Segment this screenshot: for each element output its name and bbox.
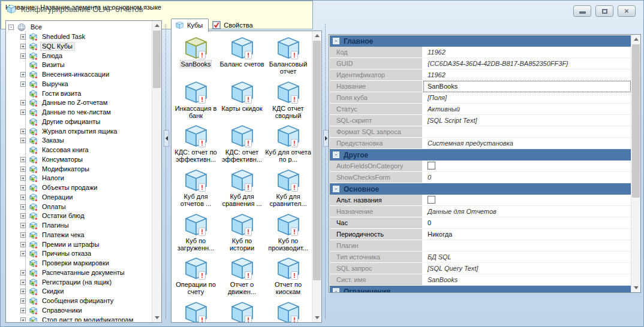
expand-plus-icon[interactable]: +	[20, 195, 26, 200]
tab-properties[interactable]: Свойства	[209, 19, 258, 31]
cube-item[interactable]: !Карты скидок	[219, 80, 265, 125]
collapse-minus-icon[interactable]: -	[333, 152, 339, 158]
scrollbar-up-button[interactable]	[631, 35, 640, 44]
cube-item[interactable]: !Куб для сравнения ...	[219, 168, 265, 213]
expand-plus-icon[interactable]: +	[20, 232, 26, 238]
scrollbar-up-button[interactable]	[312, 31, 321, 40]
expand-plus-icon[interactable]: +	[20, 185, 26, 190]
property-value[interactable]: Данные для Отчетов	[423, 206, 631, 217]
expand-plus-icon[interactable]: +	[20, 157, 26, 162]
property-grid-scrollbar[interactable]	[631, 35, 640, 292]
property-value[interactable]: [SQL Script Text]	[423, 115, 631, 126]
tree-item[interactable]: +Платежи чека	[8, 231, 152, 240]
property-value[interactable]: [Поля]	[423, 92, 631, 104]
tree-item[interactable]: +Блюда	[8, 51, 152, 60]
tree-item[interactable]: +Внесения-инкассации	[8, 70, 152, 80]
cube-item[interactable]: !Куб для сравнител...	[265, 168, 311, 213]
titlebar[interactable]: Конфигурирование OLAP отчетов ✕	[1, 1, 643, 17]
minimize-button[interactable]	[573, 5, 591, 17]
cube-item[interactable]: !Куб для отчетов ...	[173, 168, 219, 213]
cube-item[interactable]: !КДС: отчет эффективн...	[219, 124, 265, 168]
expand-plus-icon[interactable]: +	[20, 280, 26, 285]
property-value[interactable]: 0	[423, 217, 631, 229]
property-value[interactable]: SanBooks	[423, 81, 631, 92]
cube-item[interactable]: !SanBooks	[173, 36, 219, 80]
property-value[interactable]: [SQL Query Text]	[423, 263, 631, 274]
cube-item[interactable]: !Куб по истории	[219, 213, 265, 257]
expand-plus-icon[interactable]: +	[20, 308, 26, 313]
expand-plus-icon[interactable]: +	[20, 138, 26, 143]
property-value[interactable]: SanBooks	[423, 274, 631, 286]
tree-item[interactable]: +Скидки	[8, 287, 152, 296]
expand-plus-icon[interactable]: +	[20, 175, 26, 181]
expand-plus-icon[interactable]: +	[20, 53, 26, 59]
property-value[interactable]: БД SQL	[423, 252, 631, 263]
property-section-header[interactable]: -Основное	[330, 183, 631, 195]
scrollbar-down-button[interactable]	[312, 313, 321, 322]
expand-plus-icon[interactable]: +	[20, 213, 26, 219]
tree-item[interactable]: Кассовая книга	[8, 146, 152, 155]
cube-item-partial[interactable]: !	[173, 301, 219, 323]
property-section-header[interactable]: -Другое	[330, 149, 631, 161]
tree-scrollbar[interactable]	[152, 21, 161, 322]
tree-item[interactable]: +Стоп лист по модификаторам	[8, 315, 152, 322]
tab-cubes[interactable]: Кубы	[171, 19, 209, 32]
expand-plus-icon[interactable]: +	[20, 110, 26, 115]
tree-item[interactable]: +Сообщения официанту	[8, 296, 152, 306]
tree-item[interactable]: +Причины отказа	[8, 249, 152, 259]
collapse-left-button[interactable]	[164, 130, 169, 147]
property-section-header[interactable]: -Ограничения	[330, 286, 631, 293]
property-value[interactable]	[423, 240, 631, 252]
scrollbar-down-button[interactable]	[152, 313, 161, 322]
tree-item[interactable]: +SQL Кубы	[8, 42, 152, 52]
tree-item[interactable]: +Оплаты	[8, 202, 152, 211]
tree-item[interactable]: +Журнал открытия ящика	[8, 126, 152, 136]
property-value[interactable]	[423, 161, 631, 172]
cube-item[interactable]: !Куб по производит...	[265, 213, 311, 257]
expand-plus-icon[interactable]: +	[20, 223, 26, 228]
tree-item[interactable]: +Операции	[8, 193, 152, 202]
cube-item[interactable]: !Отчет по киоскам	[265, 256, 311, 301]
tree-item[interactable]: +Данные по Z-отчетам	[8, 98, 152, 108]
tree-item[interactable]: +Справочники	[8, 306, 152, 316]
properties-splitter[interactable]	[323, 20, 328, 323]
expand-plus-icon[interactable]: +	[20, 251, 26, 256]
tree-item[interactable]: +Остатки блюд	[8, 211, 152, 221]
property-section-header[interactable]: -Главное	[330, 35, 631, 47]
property-value[interactable]: Системная предустановка	[423, 138, 631, 149]
cube-item-partial[interactable]: !	[219, 301, 265, 323]
expand-plus-icon[interactable]: +	[20, 81, 26, 87]
tree-item[interactable]: +Модификаторы	[8, 164, 152, 174]
collapse-minus-icon[interactable]: -	[333, 38, 339, 44]
property-value[interactable]: Активный	[423, 104, 631, 115]
tree-item[interactable]: +Данные по чек-листам	[8, 108, 152, 117]
cube-item[interactable]: !Инкассация в банк	[173, 80, 219, 125]
cube-item[interactable]: !Отчет о движен...	[219, 256, 265, 301]
property-value[interactable]: 11962	[423, 69, 631, 81]
tree-item[interactable]: +Налоги	[8, 174, 152, 183]
expand-plus-icon[interactable]: +	[20, 129, 26, 134]
cube-item[interactable]: !Балансовый отчет	[265, 36, 311, 80]
tree-item[interactable]: +Консуматоры	[8, 155, 152, 165]
tree-item[interactable]: +Выручка	[8, 80, 152, 89]
tree-item[interactable]: +Заказы	[8, 136, 152, 146]
tree-item[interactable]: +Распечатанные документы	[8, 268, 152, 278]
scrollbar-thumb[interactable]	[313, 41, 321, 280]
cube-item[interactable]: !Операции по счету	[173, 256, 219, 301]
cube-item[interactable]: !КДС отчет сводный	[265, 80, 311, 125]
checkbox[interactable]	[428, 162, 435, 169]
property-value[interactable]	[423, 126, 631, 138]
scrollbar-thumb[interactable]	[153, 31, 161, 88]
tree-item[interactable]: Визиты	[8, 60, 152, 70]
tree-item[interactable]: +Регистрации (на ящик)	[8, 277, 152, 287]
scrollbar-thumb[interactable]	[632, 44, 640, 198]
cube-item[interactable]: !Куб для отчета по р...	[265, 124, 311, 168]
expand-plus-icon[interactable]: +	[20, 44, 26, 49]
tree-item[interactable]: Гости визита	[8, 89, 152, 98]
scrollbar-down-button[interactable]	[631, 283, 640, 292]
expand-plus-icon[interactable]: +	[20, 298, 26, 304]
cube-item-partial[interactable]: !	[265, 301, 311, 323]
property-value[interactable]: {CC6DA354-36D4-42DB-B817-BA852350FF3F}	[423, 58, 631, 69]
cube-item[interactable]: !Куб по загруженн...	[173, 213, 219, 257]
expand-plus-icon[interactable]: +	[20, 34, 26, 40]
